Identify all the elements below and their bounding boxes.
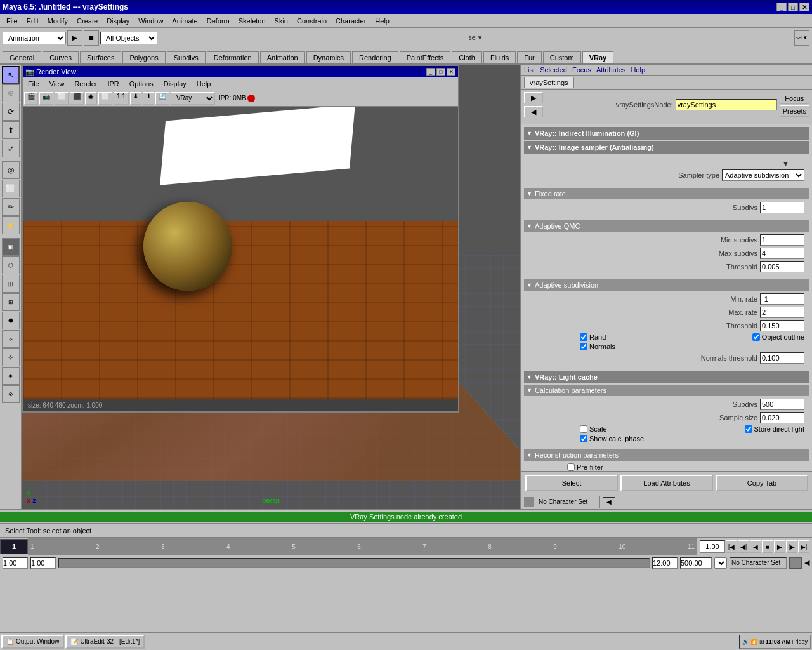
objects-dropdown[interactable]: All Objects <box>100 32 157 44</box>
unmap-btn[interactable]: ◀ <box>524 106 543 117</box>
attr-link-focus[interactable]: Focus <box>572 66 591 74</box>
close-btn[interactable]: ✕ <box>799 3 809 11</box>
menu-create[interactable]: Create <box>73 16 102 26</box>
range-start2-input[interactable] <box>30 557 56 569</box>
scale-tool[interactable]: ⬆ <box>2 121 20 139</box>
toolbar-btn-2[interactable]: ⏹ <box>84 30 99 46</box>
animation-dropdown[interactable]: Animation <box>3 32 66 44</box>
calc-sample-size-input[interactable] <box>760 412 804 423</box>
render-menu-options[interactable]: Options <box>127 80 156 88</box>
render-minimize-btn[interactable]: _ <box>426 68 435 76</box>
attr-link-attributes[interactable]: Attributes <box>596 66 625 74</box>
render-btn-3[interactable]: ⬜ <box>55 92 69 105</box>
menu-constrain[interactable]: Constrain <box>293 16 331 26</box>
tab-general[interactable]: General <box>3 51 41 63</box>
menu-modify[interactable]: Modify <box>44 16 72 26</box>
attr-content-scroll[interactable]: ▼ VRay:: Indirect Illumination (GI) ▼ VR… <box>521 124 812 471</box>
maximize-btn[interactable]: □ <box>788 3 798 11</box>
snap-btn[interactable]: sel▼ <box>794 30 809 46</box>
render-ratio-btn[interactable]: 1:1 <box>114 92 129 105</box>
taskbar-ultraedit[interactable]: 📝 UltraEdit-32 - [Edit1*] <box>65 635 145 649</box>
tab-vray[interactable]: VRay <box>582 51 614 63</box>
calc-subdivs-input[interactable] <box>760 399 804 410</box>
copy-tab-button[interactable]: Copy Tab <box>716 475 808 491</box>
object-outline-checkbox[interactable] <box>752 333 760 341</box>
menu-display[interactable]: Display <box>103 16 133 26</box>
render-close-btn[interactable]: ✕ <box>447 68 455 76</box>
range-dropdown[interactable]: ▼ <box>714 557 727 569</box>
tool-12[interactable]: ◫ <box>2 275 20 293</box>
qmc-max-subdivs-input[interactable] <box>760 248 804 259</box>
render-btn-8[interactable]: ⬆ <box>143 92 154 105</box>
play-fwd-btn[interactable]: ▶ <box>774 540 785 553</box>
tool-13[interactable]: ⊞ <box>2 293 20 311</box>
rand-checkbox[interactable] <box>580 333 587 341</box>
render-btn-9[interactable]: 🔄 <box>155 92 169 105</box>
as-threshold-input[interactable] <box>760 320 804 331</box>
taskbar-output-window[interactable]: 📋 Output Window <box>1 635 64 649</box>
skip-end-btn[interactable]: ▶| <box>798 540 809 553</box>
calc-params-header[interactable]: ▼ Calculation parameters <box>524 385 809 396</box>
as-normals-threshold-input[interactable] <box>760 352 804 364</box>
window-controls[interactable]: _ □ ✕ <box>776 3 809 11</box>
stop-btn[interactable]: ■ <box>762 540 773 553</box>
tool-18[interactable]: ⊗ <box>2 385 20 403</box>
attr-link-selected[interactable]: Selected <box>540 66 567 74</box>
current-time-input[interactable] <box>700 540 725 553</box>
range-end-input[interactable] <box>652 557 678 569</box>
soft-mod-tool[interactable]: ◎ <box>2 161 20 179</box>
scale-checkbox[interactable] <box>580 425 587 433</box>
render-menu-view[interactable]: View <box>47 80 67 88</box>
render-menu-ipr[interactable]: IPR <box>105 80 121 88</box>
render-view-title-bar[interactable]: 📷 Render View _ □ ✕ <box>23 66 458 77</box>
rotate-tool[interactable]: ⟳ <box>2 103 20 121</box>
range-slider[interactable] <box>58 558 650 568</box>
pencil-tool[interactable]: ✏ <box>2 198 20 216</box>
tool-10[interactable]: ▣ <box>2 238 20 256</box>
render-btn-1[interactable]: 🎬 <box>24 92 38 105</box>
gi-section-header[interactable]: ▼ VRay:: Indirect Illumination (GI) <box>524 127 809 140</box>
tab-polygons[interactable]: Polygons <box>122 51 165 63</box>
menu-character[interactable]: Character <box>332 16 370 26</box>
adaptive-qmc-header[interactable]: ▼ Adaptive QMC <box>524 220 809 232</box>
image-sampler-header[interactable]: ▼ VRay:: Image sampler (Antialiasing) <box>524 141 809 154</box>
viewport-area[interactable]: y x z persp 📷 Render View _ □ ✕ File Vie… <box>22 65 520 509</box>
menu-window[interactable]: Window <box>134 16 167 26</box>
step-back-btn[interactable]: ◀| <box>738 540 749 553</box>
tab-painteffects[interactable]: PaintEffects <box>400 51 451 63</box>
tab-curves[interactable]: Curves <box>43 51 79 63</box>
render-btn-4[interactable]: ⬛ <box>70 92 84 105</box>
render-menu-display[interactable]: Display <box>161 80 189 88</box>
store-direct-light-checkbox[interactable] <box>745 425 752 433</box>
render-btn-7[interactable]: ⬇ <box>130 92 141 105</box>
render-btn-6[interactable]: ⬜ <box>98 92 112 105</box>
menu-skeleton[interactable]: Skeleton <box>235 16 270 26</box>
lasso-tool[interactable]: ⚡ <box>2 216 20 234</box>
tab-dynamics[interactable]: Dynamics <box>306 51 351 63</box>
select-tool[interactable]: ↖ <box>2 66 20 84</box>
qmc-min-subdivs-input[interactable] <box>760 234 804 246</box>
menu-edit[interactable]: Edit <box>23 16 43 26</box>
render-menu-file[interactable]: File <box>25 80 42 88</box>
reconstruction-header[interactable]: ▼ Reconstruction parameters <box>524 449 809 461</box>
sampler-type-select[interactable]: Adaptive subdivision Fixed rate Adaptive… <box>722 169 804 181</box>
fixed-subdivs-input[interactable] <box>760 202 804 213</box>
move-tool[interactable]: ⊕ <box>2 84 20 102</box>
toolbar-btn-1[interactable]: ▶ <box>67 30 82 46</box>
qmc-threshold-input[interactable] <box>760 261 804 272</box>
prefilter-checkbox[interactable] <box>567 463 575 471</box>
menu-help[interactable]: Help <box>371 16 393 26</box>
minimize-btn[interactable]: _ <box>776 3 787 11</box>
render-menu-render[interactable]: Render <box>72 80 100 88</box>
render-maximize-btn[interactable]: □ <box>436 68 445 76</box>
play-back-btn[interactable]: ◀ <box>750 540 761 553</box>
tab-subdivs[interactable]: Subdivs <box>167 51 206 63</box>
render-btn-5[interactable]: ◉ <box>85 92 97 105</box>
focus-btn[interactable]: Focus <box>780 93 809 104</box>
render-btn-2[interactable]: 📷 <box>39 92 53 105</box>
menu-skin[interactable]: Skin <box>271 16 292 26</box>
normals-checkbox[interactable] <box>580 343 587 350</box>
tab-rendering[interactable]: Rendering <box>352 51 398 63</box>
attr-link-help[interactable]: Help <box>631 66 645 74</box>
select-button[interactable]: Select <box>525 475 618 491</box>
